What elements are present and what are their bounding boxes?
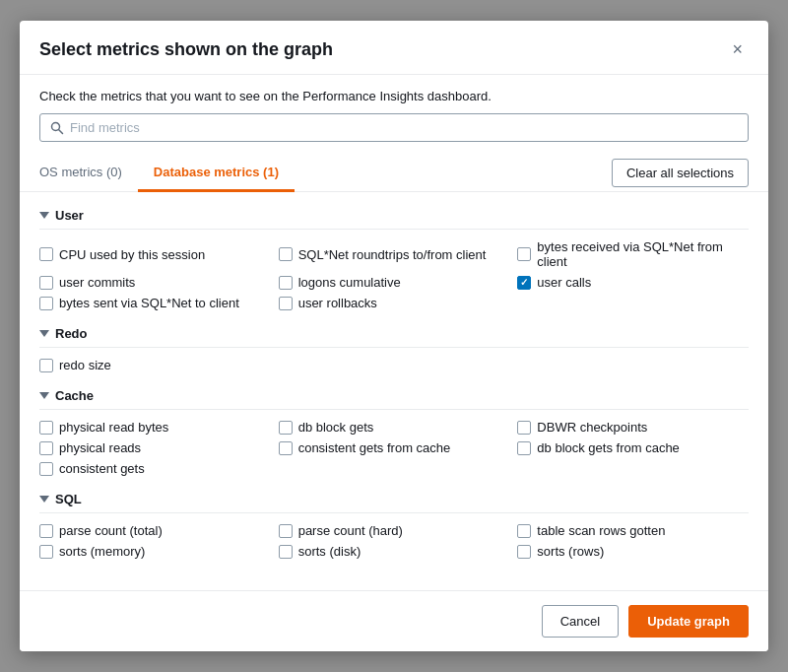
checkbox-sorts-memory[interactable] <box>39 545 53 559</box>
checkbox-consistent-gets-cache[interactable] <box>279 441 293 455</box>
description-text: Check the metrics that you want to see o… <box>20 75 768 113</box>
checkbox-physical-reads[interactable] <box>39 441 53 455</box>
list-item: bytes sent via SQL*Net to client <box>39 296 271 310</box>
list-item: parse count (hard) <box>279 523 510 538</box>
list-item: user rollbacks <box>279 296 510 310</box>
checkbox-dbwr-checkpoints[interactable] <box>517 421 531 435</box>
checkbox-consistent-gets[interactable] <box>39 462 53 476</box>
list-item: db block gets from cache <box>517 440 749 455</box>
cancel-button[interactable]: Cancel <box>542 605 619 638</box>
search-icon <box>50 121 64 135</box>
metric-label: physical reads <box>59 440 141 455</box>
checkbox-cpu-session[interactable] <box>39 247 53 261</box>
redo-metrics-grid: redo size <box>39 358 749 372</box>
checkbox-sqlnet-roundtrips[interactable] <box>279 247 293 261</box>
metric-label: CPU used by this session <box>59 247 205 262</box>
modal-title: Select metrics shown on the graph <box>39 39 333 60</box>
list-item: CPU used by this session <box>39 239 271 269</box>
section-user-label: User <box>55 208 84 223</box>
metric-label: user rollbacks <box>298 296 377 310</box>
checkbox-sorts-disk[interactable] <box>279 545 293 559</box>
section-user-header: User <box>39 208 749 230</box>
metric-label: logons cumulative <box>298 275 401 290</box>
section-cache-label: Cache <box>55 388 94 403</box>
metric-label: sorts (rows) <box>537 544 604 559</box>
checkbox-user-commits[interactable] <box>39 276 53 290</box>
checkbox-user-calls[interactable] <box>517 276 531 290</box>
metric-label: bytes sent via SQL*Net to client <box>59 296 239 310</box>
list-item: sorts (memory) <box>39 544 271 559</box>
search-container <box>20 113 768 154</box>
metric-label: user calls <box>537 275 591 290</box>
modal-body: Check the metrics that you want to see o… <box>20 75 768 590</box>
collapse-icon <box>39 330 49 337</box>
list-item: sorts (rows) <box>517 544 749 559</box>
update-graph-button[interactable]: Update graph <box>628 605 749 638</box>
tab-os-metrics[interactable]: OS metrics (0) <box>39 155 138 192</box>
metric-label: sorts (disk) <box>298 544 361 559</box>
checkbox-db-block-gets[interactable] <box>279 421 293 435</box>
search-input[interactable] <box>70 120 738 135</box>
checkbox-parse-count-hard[interactable] <box>279 524 293 538</box>
list-item: logons cumulative <box>279 275 510 290</box>
list-item: table scan rows gotten <box>517 523 749 538</box>
checkbox-user-rollbacks[interactable] <box>279 297 293 310</box>
list-item: physical read bytes <box>39 420 271 435</box>
collapse-icon <box>39 212 49 219</box>
modal-footer: Cancel Update graph <box>20 590 768 651</box>
list-item: SQL*Net roundtrips to/from client <box>279 239 510 269</box>
section-redo-label: Redo <box>55 326 88 341</box>
checkbox-table-scan-rows[interactable] <box>517 524 531 538</box>
metric-label: parse count (total) <box>59 523 163 538</box>
tabs-container: OS metrics (0) Database metrics (1) <box>39 154 295 191</box>
cache-metrics-grid: physical read bytes db block gets DBWR c… <box>39 420 749 476</box>
metric-label: table scan rows gotten <box>537 523 665 538</box>
list-item: physical reads <box>39 440 271 455</box>
search-box <box>39 113 749 142</box>
metric-label: redo size <box>59 358 111 372</box>
checkbox-bytes-sent[interactable] <box>39 297 53 310</box>
checkbox-db-block-gets-cache[interactable] <box>517 441 531 455</box>
list-item: bytes received via SQL*Net from client <box>517 239 749 269</box>
svg-line-1 <box>59 129 63 133</box>
close-button[interactable]: × <box>726 38 749 60</box>
list-item: db block gets <box>279 420 510 435</box>
section-sql-label: SQL <box>55 492 82 506</box>
clear-all-button[interactable]: Clear all selections <box>612 159 749 187</box>
tabs-row: OS metrics (0) Database metrics (1) Clea… <box>20 154 768 192</box>
content-area: User CPU used by this session SQL*Net ro… <box>20 192 768 590</box>
user-metrics-grid: CPU used by this session SQL*Net roundtr… <box>39 239 749 310</box>
checkbox-logons-cumulative[interactable] <box>279 276 293 290</box>
modal-dialog: Select metrics shown on the graph × Chec… <box>20 21 768 651</box>
section-cache-header: Cache <box>39 388 749 410</box>
metric-label: DBWR checkpoints <box>537 420 647 435</box>
collapse-icon <box>39 392 49 399</box>
list-item: DBWR checkpoints <box>517 420 749 435</box>
list-item: redo size <box>39 358 271 372</box>
checkbox-physical-read-bytes[interactable] <box>39 421 53 435</box>
metric-label: db block gets from cache <box>537 440 680 455</box>
metric-label: user commits <box>59 275 135 290</box>
list-item: user calls <box>517 275 749 290</box>
metric-label: consistent gets from cache <box>298 440 451 455</box>
collapse-icon <box>39 496 49 503</box>
metric-label: SQL*Net roundtrips to/from client <box>298 247 487 262</box>
list-item: sorts (disk) <box>279 544 510 559</box>
section-user: User CPU used by this session SQL*Net ro… <box>39 208 749 310</box>
metric-label: parse count (hard) <box>298 523 403 538</box>
checkbox-bytes-received[interactable] <box>517 247 531 261</box>
checkbox-parse-count-total[interactable] <box>39 524 53 538</box>
sql-metrics-grid: parse count (total) parse count (hard) t… <box>39 523 749 559</box>
metric-label: bytes received via SQL*Net from client <box>537 239 749 269</box>
section-cache: Cache physical read bytes db block gets <box>39 388 749 476</box>
section-sql: SQL parse count (total) parse count (har… <box>39 492 749 559</box>
section-sql-header: SQL <box>39 492 749 513</box>
tab-database-metrics[interactable]: Database metrics (1) <box>138 155 295 192</box>
modal-header: Select metrics shown on the graph × <box>20 21 768 75</box>
metric-label: physical read bytes <box>59 420 168 435</box>
checkbox-sorts-rows[interactable] <box>517 545 531 559</box>
modal-overlay: Select metrics shown on the graph × Chec… <box>0 0 788 672</box>
list-item: consistent gets from cache <box>279 440 510 455</box>
list-item: user commits <box>39 275 271 290</box>
checkbox-redo-size[interactable] <box>39 359 53 372</box>
